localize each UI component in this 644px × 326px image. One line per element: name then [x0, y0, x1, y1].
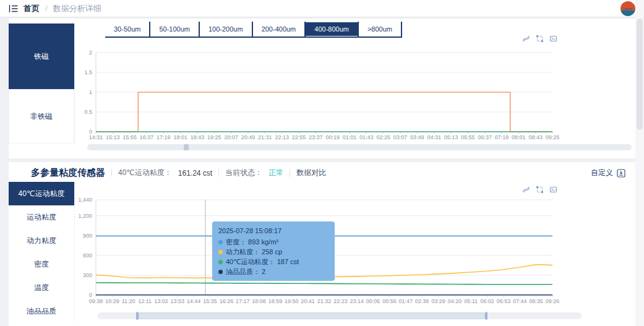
svg-text:21:31: 21:31: [258, 134, 272, 140]
svg-text:05:13: 05:13: [444, 134, 458, 140]
svg-text:900: 900: [83, 233, 92, 239]
side-tab-运动粘度[interactable]: 运动粘度: [9, 205, 74, 229]
top-chart-scrollbar-handle[interactable]: [184, 144, 189, 150]
metric-label: 40℃运动粘度：: [118, 168, 172, 178]
viscosity-sensor-panel: 多参量粘度传感器 40℃运动粘度： 161.24 cst 当前状态： 正常 数据…: [9, 162, 635, 326]
series-dot-icon: [218, 260, 223, 264]
switch-curve-icon[interactable]: [522, 35, 530, 43]
side-tab-密度[interactable]: 密度: [9, 252, 74, 276]
svg-text:09:38: 09:38: [89, 298, 103, 304]
series-dot-icon: [218, 270, 223, 274]
svg-text:04:20: 04:20: [448, 298, 462, 304]
svg-text:05:11: 05:11: [464, 298, 478, 304]
side-tab-温度[interactable]: 温度: [9, 276, 74, 299]
page-scrollbar-thumb[interactable]: [637, 19, 643, 130]
svg-text:17:17: 17:17: [236, 298, 250, 304]
svg-text:19:25: 19:25: [207, 134, 221, 140]
side-tab-40℃运动粘度[interactable]: 40℃运动粘度: [9, 182, 74, 205]
tooltip-row: 动力粘度： 258 cp: [218, 247, 328, 257]
svg-text:17:19: 17:19: [157, 134, 171, 140]
series-dot-icon: [218, 250, 223, 254]
svg-text:09:25: 09:25: [546, 134, 560, 140]
svg-text:11:20: 11:20: [122, 298, 135, 304]
particle-chart-panel: 铁磁非铁磁 30-50um50-100um100-200um200-400um4…: [9, 19, 635, 158]
svg-text:1,200: 1,200: [78, 213, 92, 219]
top-chart-toolbox: [522, 35, 557, 43]
svg-text:00:19: 00:19: [325, 134, 340, 140]
status-label: 当前状态：: [225, 168, 262, 178]
particle-step-chart[interactable]: 00.511.5214:3115:1315:5516:3717:1918:011…: [87, 45, 563, 147]
svg-text:08:35: 08:35: [529, 298, 543, 304]
size-tabs: 30-50um50-100um100-200um200-400um400-800…: [105, 22, 402, 38]
page-scrollbar[interactable]: [635, 0, 644, 326]
bottom-chart-datazoom[interactable]: [98, 312, 582, 319]
svg-text:23:37: 23:37: [309, 134, 323, 140]
svg-text:07:44: 07:44: [513, 298, 527, 304]
metric-value: 161.24 cst: [178, 169, 212, 178]
divider: [290, 169, 290, 177]
zoom-select-icon[interactable]: [536, 35, 544, 43]
svg-text:18:43: 18:43: [191, 134, 205, 140]
svg-text:01:43: 01:43: [359, 134, 374, 140]
svg-text:04:31: 04:31: [427, 134, 441, 140]
datazoom-left-handle[interactable]: [136, 312, 139, 320]
svg-text:03:49: 03:49: [410, 134, 424, 140]
datazoom-window[interactable]: [139, 312, 485, 319]
svg-text:2: 2: [89, 49, 92, 56]
data-compare-link[interactable]: 数据对比: [296, 168, 326, 178]
side-tab-油品品质[interactable]: 油品品质: [9, 299, 74, 323]
collapse-menu-icon[interactable]: [9, 4, 18, 13]
svg-text:22:23: 22:23: [333, 298, 348, 304]
size-tab-100-200um[interactable]: 100-200um: [200, 22, 252, 36]
svg-text:22:13: 22:13: [275, 134, 289, 140]
svg-text:06:53: 06:53: [497, 298, 511, 304]
svg-text:15:35: 15:35: [203, 298, 217, 304]
breadcrumb-separator: /: [45, 4, 48, 13]
side-tab-非铁磁[interactable]: 非铁磁: [9, 89, 74, 144]
tooltip-text: 40℃运动粘度： 187 cst: [226, 257, 299, 267]
svg-text:10:29: 10:29: [105, 298, 119, 304]
size-tab-30-50um[interactable]: 30-50um: [105, 22, 149, 36]
svg-text:19:50: 19:50: [285, 298, 299, 304]
divider: [218, 169, 219, 177]
tooltip-row: 油品品质： 2: [218, 267, 328, 277]
series-dot-icon: [218, 240, 223, 244]
datazoom-right-handle[interactable]: [485, 312, 487, 320]
side-tab-铁磁[interactable]: 铁磁: [9, 24, 74, 89]
tooltip-row: 40℃运动粘度： 187 cst: [218, 257, 328, 267]
size-tab->800um[interactable]: >800um: [359, 22, 401, 36]
svg-text:02:25: 02:25: [376, 134, 390, 140]
top-chart-scrollbar[interactable]: [87, 144, 632, 150]
svg-text:21:32: 21:32: [317, 298, 332, 304]
tooltip-row: 密度： 893 kg/m³: [218, 237, 328, 247]
breadcrumb-home[interactable]: 首页: [24, 3, 40, 14]
customize-button[interactable]: 自定义: [591, 168, 625, 178]
user-avatar[interactable]: inzec: [620, 1, 635, 16]
svg-text:03:29: 03:29: [431, 298, 445, 304]
svg-text:07:19: 07:19: [495, 134, 509, 140]
svg-text:1: 1: [89, 89, 92, 95]
svg-text:08:01: 08:01: [512, 134, 526, 140]
svg-text:03:07: 03:07: [393, 134, 408, 140]
side-tab-动力粘度[interactable]: 动力粘度: [9, 229, 74, 252]
tab-separator: [401, 22, 402, 36]
svg-text:01:47: 01:47: [399, 298, 413, 304]
svg-text:13:02: 13:02: [154, 298, 168, 304]
svg-text:0.5: 0.5: [84, 109, 92, 115]
size-tab-50-100um[interactable]: 50-100um: [150, 22, 199, 36]
svg-text:1,440: 1,440: [78, 197, 92, 203]
svg-text:06:02: 06:02: [480, 298, 494, 304]
svg-text:09:26: 09:26: [546, 298, 560, 304]
customize-label: 自定义: [591, 168, 613, 178]
tooltip-text: 密度： 893 kg/m³: [226, 237, 278, 247]
svg-text:18:59: 18:59: [268, 298, 283, 304]
save-image-icon[interactable]: [549, 35, 557, 43]
size-tab-200-400um[interactable]: 200-400um: [253, 22, 305, 36]
svg-text:1.5: 1.5: [84, 69, 92, 75]
svg-text:14:44: 14:44: [187, 298, 201, 304]
svg-text:20:49: 20:49: [241, 134, 255, 140]
size-tab-400-800um[interactable]: 400-800um: [306, 22, 358, 36]
panel-title: 多参量粘度传感器: [31, 167, 105, 179]
divider: [111, 169, 112, 177]
top-side-tabs: 铁磁非铁磁: [9, 24, 75, 144]
